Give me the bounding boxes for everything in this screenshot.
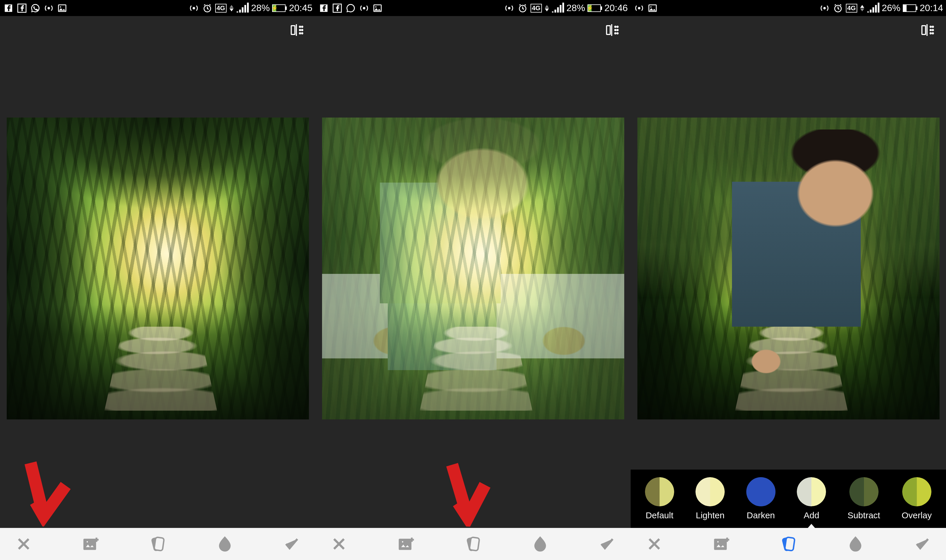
alarm-icon xyxy=(517,3,528,14)
canvas[interactable] xyxy=(315,44,631,528)
blend-default[interactable]: Default xyxy=(645,477,674,520)
svg-rect-6 xyxy=(292,26,295,34)
svg-point-26 xyxy=(615,26,616,27)
edited-photo[interactable] xyxy=(322,117,624,419)
blend-label: Add xyxy=(804,511,819,520)
svg-point-8 xyxy=(299,26,301,27)
hotspot-icon xyxy=(43,3,54,14)
accept-button[interactable] xyxy=(281,534,302,554)
svg-point-19 xyxy=(363,7,366,9)
compare-button[interactable] xyxy=(920,23,934,37)
app-header xyxy=(631,16,946,44)
svg-rect-24 xyxy=(607,26,611,34)
svg-rect-41 xyxy=(922,26,926,34)
svg-rect-32 xyxy=(399,539,411,549)
svg-point-47 xyxy=(930,33,931,34)
svg-point-38 xyxy=(650,6,651,7)
svg-point-33 xyxy=(401,541,403,543)
hotspot-icon xyxy=(634,3,645,14)
svg-rect-35 xyxy=(469,537,480,551)
bottom-toolbar xyxy=(0,528,315,560)
svg-point-45 xyxy=(930,29,931,31)
status-bar: 4G 28% ⚡ 20:45 xyxy=(0,0,315,16)
svg-point-39 xyxy=(823,7,826,9)
clock: 20:46 xyxy=(604,3,628,14)
svg-point-31 xyxy=(617,33,618,34)
app-header xyxy=(315,16,631,44)
image-icon xyxy=(647,3,658,14)
network-4g-badge: 4G xyxy=(531,4,542,12)
blend-label: Lighten xyxy=(696,511,724,520)
blend-label: Subtract xyxy=(847,511,880,520)
battery-icon: ⚡ xyxy=(272,5,287,12)
hotspot-icon xyxy=(358,3,370,14)
styles-button[interactable] xyxy=(778,534,799,554)
cancel-button[interactable] xyxy=(644,534,665,554)
app-header xyxy=(0,16,315,44)
opacity-button[interactable] xyxy=(845,534,866,554)
accept-button[interactable] xyxy=(912,534,932,554)
facebook-icon xyxy=(332,3,343,14)
cancel-button[interactable] xyxy=(329,534,349,554)
svg-point-22 xyxy=(508,7,510,9)
svg-point-36 xyxy=(638,7,640,9)
status-bar: 4G 26% 20:14 xyxy=(631,0,946,16)
svg-point-3 xyxy=(60,6,61,7)
alarm-icon xyxy=(202,3,213,14)
accept-button[interactable] xyxy=(597,534,617,554)
cancel-button[interactable] xyxy=(14,534,34,554)
battery-percent: 26% xyxy=(882,3,900,14)
data-arrows-icon xyxy=(860,5,865,11)
blend-subtract[interactable]: Subtract xyxy=(847,477,880,520)
hotspot-icon xyxy=(819,3,830,14)
blend-lighten[interactable]: Lighten xyxy=(696,477,725,520)
battery-percent: 28% xyxy=(566,3,585,14)
compare-button[interactable] xyxy=(289,23,304,37)
blend-overlay[interactable]: Overlay xyxy=(901,477,932,520)
battery-icon: ⚡ xyxy=(588,5,602,12)
edited-photo[interactable] xyxy=(637,117,940,419)
svg-point-50 xyxy=(717,541,719,543)
canvas[interactable] xyxy=(0,44,315,528)
bottom-toolbar xyxy=(631,528,946,560)
svg-rect-49 xyxy=(714,539,726,549)
add-image-button[interactable] xyxy=(80,534,101,554)
image-icon xyxy=(57,3,68,14)
svg-point-28 xyxy=(615,29,616,31)
blend-label: Default xyxy=(645,511,673,520)
whatsapp-icon xyxy=(30,3,41,14)
add-image-button[interactable] xyxy=(396,534,417,554)
screen-2: 4G 28% ⚡ 20:46 xyxy=(315,0,631,560)
svg-point-9 xyxy=(302,26,303,27)
edited-photo[interactable] xyxy=(7,117,309,419)
styles-button[interactable] xyxy=(463,534,483,554)
battery-icon xyxy=(903,5,917,12)
bottom-toolbar xyxy=(315,528,631,560)
signal-icon xyxy=(867,4,880,12)
alarm-icon xyxy=(832,3,844,14)
clock: 20:14 xyxy=(920,3,943,14)
compare-button[interactable] xyxy=(604,23,619,37)
blend-mode-bar: Default Lighten Darken Add Subtract Over… xyxy=(631,469,946,528)
canvas[interactable] xyxy=(631,44,946,528)
svg-point-1 xyxy=(48,7,50,9)
svg-rect-52 xyxy=(784,537,795,551)
svg-point-10 xyxy=(299,29,301,31)
svg-point-48 xyxy=(932,33,934,34)
facebook-icon xyxy=(16,3,28,14)
opacity-button[interactable] xyxy=(530,534,550,554)
styles-button[interactable] xyxy=(147,534,168,554)
blend-darken[interactable]: Darken xyxy=(746,477,775,520)
svg-rect-14 xyxy=(83,539,96,549)
svg-point-4 xyxy=(193,7,195,9)
status-bar: 4G 28% ⚡ 20:46 xyxy=(315,0,631,16)
signal-icon xyxy=(552,4,564,12)
network-4g-badge: 4G xyxy=(215,4,227,12)
svg-point-11 xyxy=(302,29,303,31)
svg-point-44 xyxy=(932,26,934,27)
blend-add[interactable]: Add xyxy=(797,477,826,520)
svg-point-21 xyxy=(375,6,377,7)
add-image-button[interactable] xyxy=(711,534,732,554)
clock: 20:45 xyxy=(289,3,312,14)
opacity-button[interactable] xyxy=(215,534,235,554)
